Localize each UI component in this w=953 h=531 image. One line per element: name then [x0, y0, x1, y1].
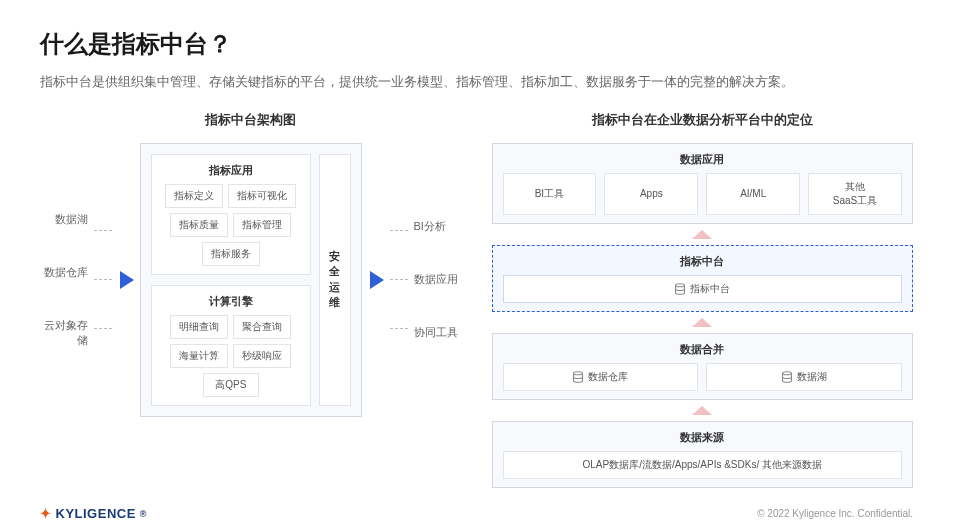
app-item: 指标管理: [233, 213, 291, 237]
arrow-up-icon: [692, 406, 712, 415]
layer-metrics: 指标中台 指标中台: [492, 245, 914, 312]
security-box: 安全 运维: [319, 154, 351, 406]
svg-point-2: [783, 372, 792, 375]
logo: ✦ KYLIGENCE®: [40, 506, 147, 521]
layer-item: 指标中台: [503, 275, 903, 303]
source-item: 数据仓库: [40, 265, 88, 280]
arrow-up-icon: [692, 318, 712, 327]
output-item: 协同工具: [414, 325, 462, 340]
app-item: 指标质量: [170, 213, 228, 237]
app-section-title: 指标应用: [160, 163, 302, 178]
layer-apps: 数据应用 BI工具 Apps AI/ML 其他 SaaS工具: [492, 143, 914, 224]
database-icon: [572, 371, 584, 383]
layer-title: 数据应用: [503, 152, 903, 167]
engine-item: 明细查询: [170, 315, 228, 339]
logo-mark-icon: ✦: [40, 506, 52, 521]
engine-section-title: 计算引擎: [160, 294, 302, 309]
arrow-up-icon: [692, 230, 712, 239]
layer-item: OLAP数据库/流数据/Apps/APIs &SDKs/ 其他来源数据: [503, 451, 903, 479]
layer-title: 指标中台: [503, 254, 903, 269]
database-icon: [674, 283, 686, 295]
page-title: 什么是指标中台？: [40, 28, 913, 60]
page-subtitle: 指标中台是供组织集中管理、存储关键指标的平台，提供统一业务模型、指标管理、指标加…: [40, 72, 913, 93]
source-item: 云对象存储: [40, 318, 88, 348]
source-item: 数据湖: [40, 212, 88, 227]
layer-title: 数据合并: [503, 342, 903, 357]
architecture-box: 指标应用 指标定义 指标可视化 指标质量 指标管理 指标服务 计算引擎: [140, 143, 362, 417]
left-diagram: 指标中台架构图 数据湖 数据仓库 云对象存储 指标应用 指: [40, 111, 462, 488]
layer-item: Apps: [604, 173, 698, 215]
layer-item: AI/ML: [706, 173, 800, 215]
arrow-right-icon: [370, 271, 384, 289]
database-icon: [781, 371, 793, 383]
left-heading: 指标中台架构图: [40, 111, 462, 129]
engine-item: 海量计算: [170, 344, 228, 368]
app-item: 指标定义: [165, 184, 223, 208]
layer-item: 数据湖: [706, 363, 902, 391]
svg-point-0: [676, 284, 685, 287]
output-item: BI分析: [414, 219, 462, 234]
svg-point-1: [574, 372, 583, 375]
app-section: 指标应用 指标定义 指标可视化 指标质量 指标管理 指标服务: [151, 154, 311, 275]
arrow-right-icon: [120, 271, 134, 289]
app-item: 指标服务: [202, 242, 260, 266]
engine-item: 秒级响应: [233, 344, 291, 368]
layer-item: 其他 SaaS工具: [808, 173, 902, 215]
engine-section: 计算引擎 明细查询 聚合查询 海量计算 秒级响应 高QPS: [151, 285, 311, 406]
app-item: 指标可视化: [228, 184, 296, 208]
engine-item: 高QPS: [203, 373, 259, 397]
copyright: © 2022 Kyligence Inc. Confidential.: [757, 508, 913, 519]
layer-item: BI工具: [503, 173, 597, 215]
layer-title: 数据来源: [503, 430, 903, 445]
engine-item: 聚合查询: [233, 315, 291, 339]
right-diagram: 指标中台在企业数据分析平台中的定位 数据应用 BI工具 Apps AI/ML 其…: [492, 111, 914, 488]
layer-merge: 数据合并 数据仓库 数据湖: [492, 333, 914, 400]
output-item: 数据应用: [414, 272, 462, 287]
layer-item: 数据仓库: [503, 363, 699, 391]
right-heading: 指标中台在企业数据分析平台中的定位: [492, 111, 914, 129]
layer-source: 数据来源 OLAP数据库/流数据/Apps/APIs &SDKs/ 其他来源数据: [492, 421, 914, 488]
